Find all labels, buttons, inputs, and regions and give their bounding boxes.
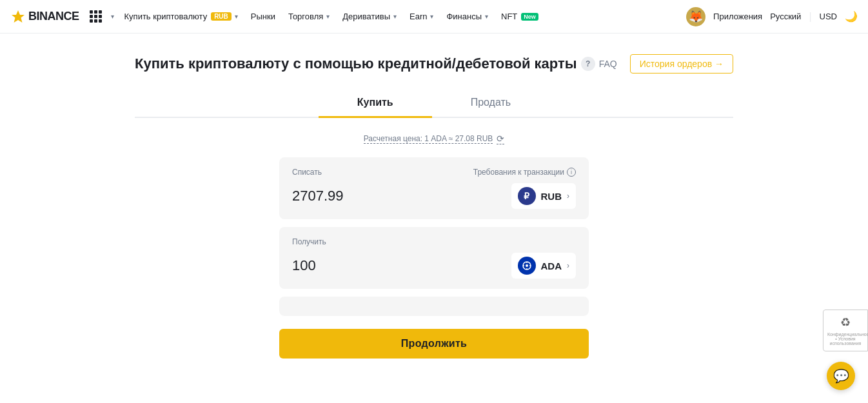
- ada-logo-svg: [522, 260, 532, 271]
- svg-marker-0: [12, 10, 25, 23]
- svg-point-6: [529, 265, 531, 266]
- order-history-link[interactable]: История ордеров →: [630, 54, 733, 74]
- nav-trade[interactable]: Торговля ▾: [286, 12, 332, 21]
- refresh-icon[interactable]: ⟳: [497, 133, 504, 144]
- derivatives-chevron-icon: ▾: [393, 13, 397, 20]
- tab-buy[interactable]: Купить: [319, 89, 432, 118]
- svg-point-2: [526, 264, 528, 267]
- nav-finance[interactable]: Финансы ▾: [444, 12, 491, 21]
- debit-input-row: ₽ RUB ›: [292, 183, 576, 209]
- nav-nft[interactable]: NFT New: [498, 12, 541, 21]
- brand-logo[interactable]: BINANCE: [10, 9, 79, 25]
- faq-link[interactable]: ? FAQ: [581, 57, 617, 71]
- faq-icon: ?: [581, 57, 595, 71]
- partial-card: [279, 297, 589, 316]
- avatar[interactable]: 🦊: [686, 7, 705, 26]
- nft-new-badge: New: [521, 13, 538, 21]
- ada-currency-icon: [518, 257, 536, 275]
- nav-language[interactable]: Русский: [770, 12, 801, 21]
- receive-card-label: Получить: [292, 237, 576, 246]
- page-content: Купить криптовалюту с помощью кредитной/…: [124, 34, 744, 359]
- nav-markets[interactable]: Рынки: [248, 12, 278, 21]
- debit-input-card: Списать Требования к транзакции i ₽ RUB …: [279, 157, 589, 219]
- nav-apps[interactable]: Приложения: [713, 12, 762, 21]
- transaction-req-label: Требования к транзакции i: [473, 168, 576, 177]
- nav-currency[interactable]: USD: [820, 12, 837, 21]
- nav-earn[interactable]: Earn ▾: [407, 12, 436, 21]
- page-title: Купить криптовалюту с помощью кредитной/…: [135, 55, 577, 72]
- svg-point-3: [526, 262, 528, 263]
- ada-currency-name: ADA: [541, 260, 562, 271]
- page-header-actions: ? FAQ История ордеров →: [581, 54, 733, 74]
- ada-chevron-icon: ›: [567, 261, 569, 270]
- navbar: BINANCE ▾ Купить криптовалюту RUB ▾ Рынк…: [0, 0, 868, 34]
- nav-derivatives[interactable]: Деривативы ▾: [340, 12, 399, 21]
- finance-chevron-icon: ▾: [485, 13, 488, 20]
- nav-right-section: 🦊 Приложения Русский | USD 🌙: [686, 7, 858, 26]
- form-area: Расчетная цена: 1 ADA ≈ 27.08 RUB ⟳ Спис…: [279, 133, 589, 359]
- tabs-container: Купить Продать: [135, 89, 733, 118]
- apps-grid-icon[interactable]: [90, 10, 102, 23]
- avatar-icon: 🦊: [689, 10, 703, 24]
- apps-chevron-icon: ▾: [111, 13, 114, 20]
- continue-button[interactable]: Продолжить: [279, 329, 589, 359]
- svg-point-4: [526, 268, 528, 270]
- svg-point-5: [523, 265, 524, 266]
- rub-currency-name: RUB: [541, 191, 562, 202]
- rub-chevron-icon: ›: [567, 192, 569, 201]
- rub-currency-icon: ₽: [518, 187, 536, 205]
- trade-chevron-icon: ▾: [326, 13, 330, 20]
- recaptcha-logo: ♻: [827, 315, 863, 329]
- nav-buy-crypto[interactable]: Купить криптовалюту RUB ▾: [122, 12, 241, 21]
- dark-mode-icon[interactable]: 🌙: [845, 10, 858, 23]
- receive-input-card: Получить ADA: [279, 227, 589, 289]
- recaptcha-box: ♻ Конфиденциальность • Условия использов…: [823, 310, 868, 351]
- earn-chevron-icon: ▾: [430, 13, 433, 20]
- rate-info: Расчетная цена: 1 ADA ≈ 27.08 RUB ⟳: [279, 133, 589, 144]
- rub-badge: RUB: [211, 12, 232, 21]
- receive-amount-input[interactable]: [292, 257, 462, 274]
- page-header: Купить криптовалюту с помощью кредитной/…: [135, 54, 733, 74]
- brand-name: BINANCE: [28, 10, 79, 23]
- receive-input-row: ADA ›: [292, 253, 576, 279]
- binance-logo-icon: [10, 9, 26, 25]
- nav-divider: |: [809, 11, 811, 23]
- buy-chevron-icon: ▾: [235, 13, 238, 20]
- ada-currency-selector[interactable]: ADA ›: [511, 253, 577, 279]
- tab-sell[interactable]: Продать: [432, 89, 550, 118]
- transaction-req-info-icon[interactable]: i: [567, 168, 576, 177]
- rub-currency-selector[interactable]: ₽ RUB ›: [511, 183, 577, 209]
- recaptcha-text: Конфиденциальность • Условия использован…: [827, 332, 863, 346]
- debit-amount-input[interactable]: [292, 188, 462, 204]
- debit-card-labels: Списать Требования к транзакции i: [292, 168, 576, 177]
